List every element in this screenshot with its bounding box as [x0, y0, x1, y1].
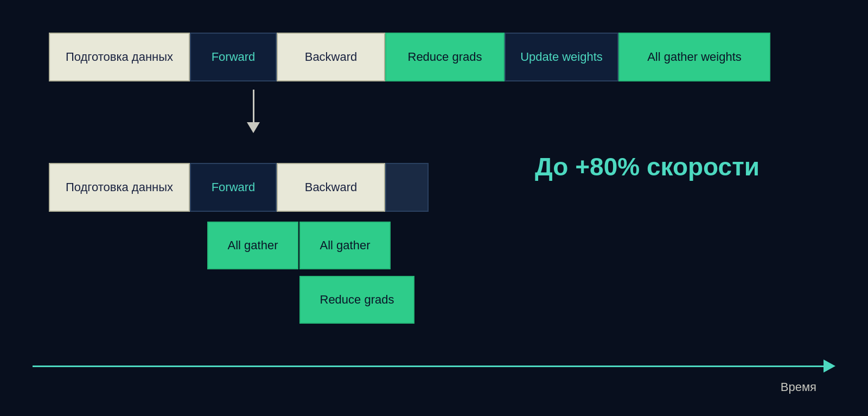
- top-backward-cell: Backward: [277, 33, 385, 81]
- arrow-shaft: [253, 90, 254, 122]
- top-data-prep-label: Подготовка данных: [66, 50, 173, 64]
- timeline: [33, 360, 835, 373]
- bottom-forward-label: Forward: [212, 180, 256, 194]
- timeline-line: [33, 365, 824, 367]
- top-row: Подготовка данных Forward Backward Reduc…: [49, 33, 770, 81]
- time-label: Время: [781, 380, 816, 394]
- top-all-gather-weights-cell: All gather weights: [618, 33, 770, 81]
- top-forward-label: Forward: [212, 50, 256, 64]
- top-reduce-grads-label: Reduce grads: [408, 50, 482, 64]
- reduce-row: Reduce grads: [299, 276, 414, 324]
- diagram-container: Подготовка данных Forward Backward Reduc…: [0, 0, 868, 416]
- top-backward-label: Backward: [305, 50, 358, 64]
- all-gather-block-1: All gather: [207, 222, 298, 269]
- top-all-gather-weights-label: All gather weights: [647, 50, 742, 64]
- top-update-weights-label: Update weights: [520, 50, 603, 64]
- reduce-grads-block: Reduce grads: [299, 276, 414, 324]
- bottom-data-prep-label: Подготовка данных: [66, 180, 173, 194]
- timeline-arrow-head: [824, 360, 835, 373]
- arrow-head: [247, 122, 260, 133]
- bottom-row: Подготовка данных Forward Backward: [49, 163, 429, 212]
- all-gather-label-2: All gather: [320, 238, 371, 253]
- bottom-data-prep-cell: Подготовка данных: [49, 163, 190, 212]
- all-gather-block-2: All gather: [299, 222, 391, 269]
- top-data-prep-cell: Подготовка данных: [49, 33, 190, 81]
- gather-row: All gather All gather: [207, 222, 414, 269]
- top-update-weights-cell: Update weights: [505, 33, 618, 81]
- bottom-dark-cell: [385, 163, 429, 212]
- top-forward-cell: Forward: [190, 33, 277, 81]
- top-reduce-grads-cell: Reduce grads: [385, 33, 505, 81]
- speed-text: До +80% скорости: [535, 152, 760, 181]
- overlap-container: All gather All gather Reduce grads: [207, 222, 414, 324]
- all-gather-label-1: All gather: [228, 238, 278, 253]
- bottom-backward-cell: Backward: [277, 163, 385, 212]
- arrow-down: [247, 90, 260, 133]
- bottom-forward-cell: Forward: [190, 163, 277, 212]
- bottom-backward-label: Backward: [305, 180, 358, 194]
- reduce-grads-label: Reduce grads: [320, 293, 394, 307]
